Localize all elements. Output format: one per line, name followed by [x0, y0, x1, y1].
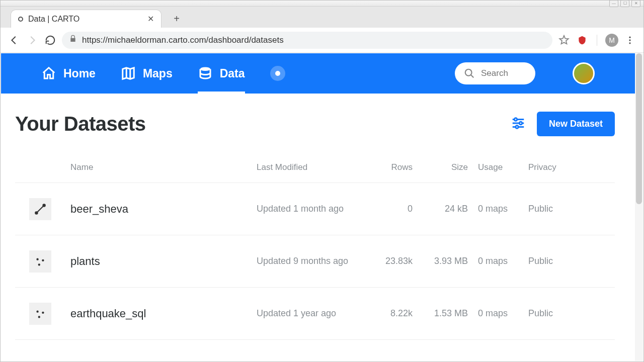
bookmark-star-icon[interactable]	[557, 34, 571, 47]
table-row[interactable]: beer_shevaUpdated 1 month ago024 kB0 map…	[15, 183, 615, 235]
dataset-privacy: Public	[528, 256, 584, 266]
dataset-name: beer_sheva	[70, 203, 257, 216]
tab-title: Data | CARTO	[28, 15, 142, 24]
scrollbar[interactable]	[635, 53, 643, 361]
address-bar: https://michaeldorman.carto.com/dashboar…	[1, 28, 643, 53]
window-minimize-button[interactable]: —	[609, 0, 618, 7]
dataset-rows: 8.22k	[357, 308, 413, 319]
nav-home[interactable]: Home	[41, 53, 96, 94]
url-text: https://michaeldorman.carto.com/dashboar…	[82, 35, 284, 45]
svg-point-13	[36, 310, 38, 312]
svg-point-1	[629, 39, 630, 41]
search-box[interactable]	[455, 62, 535, 84]
svg-point-11	[42, 259, 44, 261]
svg-point-3	[200, 67, 210, 71]
svg-point-12	[38, 263, 40, 265]
col-privacy: Privacy	[528, 162, 584, 172]
url-input[interactable]: https://michaeldorman.carto.com/dashboar…	[62, 32, 552, 49]
new-tab-button[interactable]: +	[170, 12, 184, 26]
search-input[interactable]	[481, 68, 521, 78]
reload-button[interactable]	[44, 34, 57, 47]
browser-tabs: Data | CARTO ✕ +	[1, 7, 643, 28]
svg-point-14	[42, 311, 44, 313]
tab-close-icon[interactable]: ✕	[147, 14, 154, 24]
dataset-modified: Updated 1 month ago	[257, 204, 357, 214]
col-rows: Rows	[357, 162, 413, 172]
dataset-privacy: Public	[528, 204, 584, 214]
dataset-rows: 0	[357, 204, 413, 214]
svg-point-4	[465, 69, 472, 76]
dataset-name: earthquake_sql	[70, 307, 257, 320]
dataset-name: plants	[70, 255, 257, 268]
nav-data[interactable]: Data	[198, 53, 245, 94]
sliders-icon	[511, 116, 526, 131]
svg-point-10	[36, 258, 38, 260]
back-button[interactable]	[8, 34, 21, 47]
account-avatar[interactable]	[573, 62, 595, 84]
dataset-modified: Updated 1 year ago	[257, 308, 357, 319]
window-titlebar: — ☐ ✕	[1, 1, 643, 7]
nav-maps[interactable]: Maps	[121, 53, 173, 94]
svg-point-2	[629, 42, 630, 44]
col-modified: Last Modified	[257, 162, 357, 172]
scrollbar-thumb[interactable]	[636, 53, 642, 204]
col-usage: Usage	[468, 162, 528, 172]
window-close-button[interactable]: ✕	[631, 0, 640, 7]
svg-point-6	[519, 122, 522, 125]
notification-dot-icon[interactable]	[270, 66, 285, 81]
map-icon	[121, 66, 136, 81]
window-maximize-button[interactable]: ☐	[620, 0, 629, 7]
overflow-menu-icon[interactable]	[623, 34, 636, 47]
svg-point-15	[38, 316, 40, 318]
browser-tab-active[interactable]: Data | CARTO ✕	[11, 10, 162, 28]
profile-avatar[interactable]: M	[605, 34, 618, 47]
forward-button[interactable]	[26, 34, 39, 47]
table-row[interactable]: earthquake_sqlUpdated 1 year ago8.22k1.5…	[15, 288, 615, 340]
favicon-icon	[18, 17, 23, 22]
dataset-size: 1.53 MB	[413, 308, 468, 319]
dataset-type-icon	[29, 198, 51, 220]
home-icon	[41, 66, 56, 81]
dataset-type-icon	[29, 303, 51, 325]
main-nav: Home Maps Data	[1, 53, 635, 94]
datasets-table: Name Last Modified Rows Size Usage Priva…	[15, 162, 615, 340]
dataset-type-icon	[29, 250, 51, 273]
dataset-usage: 0 maps	[468, 204, 528, 214]
dataset-size: 24 kB	[413, 204, 468, 214]
lock-icon	[69, 35, 77, 45]
table-header: Name Last Modified Rows Size Usage Priva…	[15, 162, 615, 183]
new-dataset-button[interactable]: New Dataset	[537, 112, 615, 136]
svg-point-7	[516, 125, 519, 128]
dataset-size: 3.93 MB	[413, 256, 468, 266]
dataset-privacy: Public	[528, 308, 584, 319]
dataset-usage: 0 maps	[468, 308, 528, 319]
dataset-usage: 0 maps	[468, 256, 528, 266]
page-title: Your Datasets	[15, 113, 146, 135]
filter-button[interactable]	[511, 116, 526, 133]
svg-point-0	[629, 36, 630, 38]
col-name: Name	[70, 162, 257, 172]
search-icon	[464, 68, 475, 79]
extension-shield-icon[interactable]	[576, 34, 589, 47]
dataset-modified: Updated 9 months ago	[257, 256, 357, 266]
database-icon	[198, 66, 213, 81]
col-size: Size	[413, 162, 468, 172]
table-row[interactable]: plantsUpdated 9 months ago23.83k3.93 MB0…	[15, 235, 615, 288]
svg-point-5	[514, 118, 517, 121]
dataset-rows: 23.83k	[357, 256, 413, 266]
